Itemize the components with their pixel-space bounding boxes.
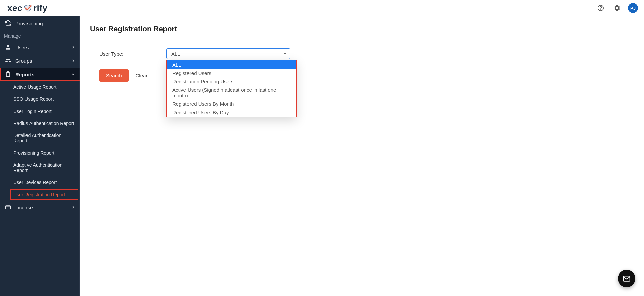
gear-icon[interactable] bbox=[612, 3, 622, 13]
chat-fab[interactable] bbox=[618, 270, 635, 287]
sidebar-item-label: Detailed Authentication Report bbox=[13, 133, 76, 143]
sidebar-item-label: Reports bbox=[15, 72, 35, 77]
chevron-right-icon bbox=[71, 205, 76, 210]
sidebar-item-label: Radius Authentication Report bbox=[13, 121, 74, 126]
dropdown-option-active-users[interactable]: Active Users (Signedin atleast once in l… bbox=[167, 86, 296, 100]
svg-rect-3 bbox=[7, 72, 9, 73]
main-content: User Registration Report User Type: ALL … bbox=[80, 16, 644, 296]
sidebar-item-label: User Devices Report bbox=[13, 180, 57, 185]
sidebar-item-provisioning[interactable]: Provisioning bbox=[0, 16, 80, 30]
sidebar-sub-user-devices[interactable]: User Devices Report bbox=[0, 176, 80, 188]
header-actions: PJ bbox=[596, 3, 638, 13]
avatar[interactable]: PJ bbox=[628, 3, 638, 13]
page-title: User Registration Report bbox=[90, 23, 635, 38]
sidebar-section-manage: Manage bbox=[0, 30, 80, 41]
dropdown-option-registered-users[interactable]: Registered Users bbox=[167, 69, 296, 77]
sidebar-sub-sso-usage[interactable]: SSO Usage Report bbox=[0, 93, 80, 105]
sidebar-sub-user-registration[interactable]: User Registration Report bbox=[10, 189, 78, 200]
user-type-row: User Type: ALL ALL Registered Users Regi… bbox=[99, 48, 635, 59]
sidebar-item-label: User Registration Report bbox=[13, 192, 65, 197]
sidebar-sub-provisioning-report[interactable]: Provisioning Report bbox=[0, 147, 80, 159]
sidebar-item-label: Provisioning bbox=[15, 20, 43, 26]
sidebar-item-groups[interactable]: Groups bbox=[0, 54, 80, 68]
sync-icon bbox=[5, 20, 11, 27]
sidebar-item-label: Provisioning Report bbox=[13, 150, 54, 156]
sidebar-sub-user-login[interactable]: User Login Report bbox=[0, 105, 80, 117]
chevron-right-icon bbox=[71, 58, 76, 63]
dropdown-option-by-day[interactable]: Registered Users By Day bbox=[167, 108, 296, 117]
card-icon bbox=[5, 204, 11, 211]
sidebar-item-license[interactable]: License bbox=[0, 201, 80, 214]
dropdown-option-all[interactable]: ALL bbox=[167, 60, 296, 69]
brand-text-left: xec bbox=[7, 3, 22, 13]
svg-rect-4 bbox=[6, 206, 11, 209]
sidebar-item-reports[interactable]: Reports bbox=[0, 68, 80, 81]
chevron-down-icon bbox=[71, 72, 76, 77]
sidebar-item-label: License bbox=[15, 205, 33, 210]
sidebar-sub-active-usage[interactable]: Active Usage Report bbox=[0, 81, 80, 93]
sidebar-sub-adaptive-auth[interactable]: Adaptive Authentication Report bbox=[0, 159, 80, 176]
app-header: xec rify PJ bbox=[0, 0, 644, 16]
brand-logo: xec rify bbox=[7, 3, 47, 13]
sidebar-item-label: Adaptive Authentication Report bbox=[13, 162, 76, 173]
user-type-select[interactable]: ALL bbox=[166, 48, 290, 59]
sidebar-sub-radius-auth[interactable]: Radius Authentication Report bbox=[0, 117, 80, 129]
person-icon bbox=[5, 44, 11, 51]
sidebar-item-label: Users bbox=[15, 45, 29, 50]
clipboard-icon bbox=[5, 71, 11, 78]
brand-check-icon bbox=[23, 4, 33, 12]
mail-icon bbox=[622, 274, 631, 283]
user-type-dropdown: ALL Registered Users Registration Pendin… bbox=[166, 60, 297, 117]
user-type-select-wrap: ALL ALL Registered Users Registration Pe… bbox=[166, 48, 290, 59]
chevron-right-icon bbox=[71, 45, 76, 50]
dropdown-option-registration-pending[interactable]: Registration Pending Users bbox=[167, 77, 296, 86]
brand-text-right: rify bbox=[33, 3, 47, 13]
sidebar-item-label: SSO Usage Report bbox=[13, 96, 54, 102]
clear-button[interactable]: Clear bbox=[133, 69, 150, 82]
sidebar-item-label: User Login Report bbox=[13, 109, 52, 114]
avatar-initials: PJ bbox=[630, 6, 636, 11]
search-button[interactable]: Search bbox=[99, 69, 129, 82]
sidebar-item-label: Active Usage Report bbox=[13, 84, 56, 90]
svg-point-1 bbox=[600, 9, 601, 10]
people-icon bbox=[5, 57, 11, 64]
user-type-label: User Type: bbox=[99, 51, 160, 57]
sidebar: Provisioning Manage Users Groups Reports… bbox=[0, 16, 80, 296]
sidebar-item-users[interactable]: Users bbox=[0, 41, 80, 54]
sidebar-item-label: Groups bbox=[15, 58, 32, 64]
sidebar-sub-detailed-auth[interactable]: Detailed Authentication Report bbox=[0, 129, 80, 147]
dropdown-option-by-month[interactable]: Registered Users By Month bbox=[167, 100, 296, 108]
help-icon[interactable] bbox=[596, 3, 606, 13]
